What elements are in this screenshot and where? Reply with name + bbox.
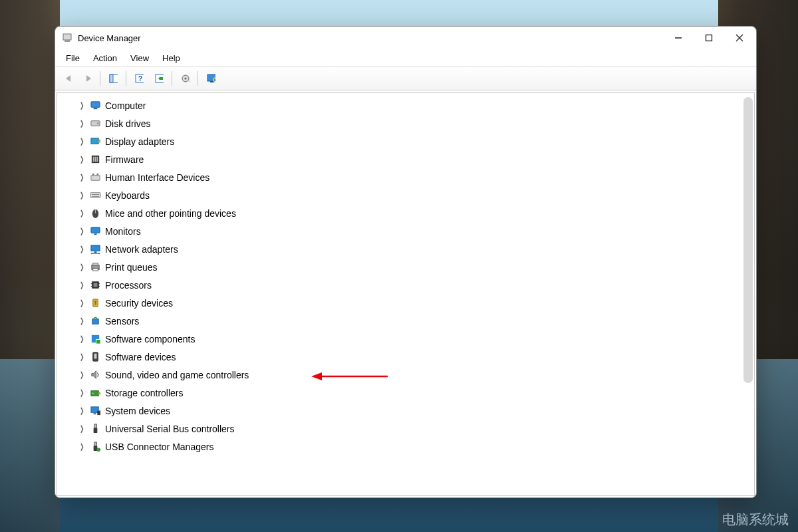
chevron-right-icon[interactable]: ❯ [78, 370, 85, 379]
svg-rect-36 [90, 227, 99, 233]
tree-item-storage[interactable]: ❯Storage controllers [57, 384, 754, 402]
chevron-right-icon[interactable]: ❯ [78, 299, 85, 307]
tree-item-system[interactable]: ❯System devices [57, 402, 754, 420]
tree-item-label: Display adapters [105, 136, 174, 147]
svg-rect-23 [98, 140, 100, 143]
tree-item-usb[interactable]: ❯Universal Serial Bus controllers [57, 420, 754, 438]
svg-rect-28 [90, 176, 99, 181]
menu-action[interactable]: Action [86, 51, 124, 65]
chevron-right-icon[interactable]: ❯ [78, 388, 85, 397]
printer-icon [89, 261, 101, 273]
update-driver-button[interactable] [176, 70, 194, 87]
processor-icon [89, 279, 101, 291]
chevron-right-icon[interactable]: ❯ [78, 119, 85, 128]
close-button[interactable] [724, 27, 755, 49]
app-icon [62, 33, 72, 43]
maximize-button[interactable] [694, 27, 724, 49]
tree-item-disk[interactable]: ❯Disk drives [57, 114, 754, 132]
svg-rect-31 [90, 193, 100, 198]
tree-item-monitor[interactable]: ❯Monitors [57, 222, 754, 240]
chevron-right-icon[interactable]: ❯ [78, 137, 85, 146]
tree-item-hid[interactable]: ❯Human Interface Devices [57, 168, 754, 186]
tree-item-printer[interactable]: ❯Print queues [57, 258, 754, 276]
vertical-scrollbar[interactable] [743, 97, 753, 383]
tree-item-display-adapter[interactable]: ❯Display adapters [57, 132, 754, 150]
device-manager-window: Device Manager File Action View Help [55, 26, 757, 498]
tree-item-sensor[interactable]: ❯Sensors [57, 312, 754, 330]
svg-rect-38 [90, 245, 99, 251]
tree-item-software-component[interactable]: ❯Software components [57, 330, 754, 348]
tree-item-network[interactable]: ❯Network adapters [57, 240, 754, 258]
menu-file[interactable]: File [59, 51, 86, 65]
back-button[interactable] [58, 70, 76, 87]
tree-item-keyboard[interactable]: ❯Keyboards [57, 186, 754, 204]
svg-rect-56 [96, 339, 100, 344]
menu-view[interactable]: View [124, 51, 156, 65]
tree-item-mouse[interactable]: ❯Mice and other pointing devices [57, 204, 754, 222]
show-hidden-button[interactable] [104, 70, 122, 87]
display-adapter-icon [89, 136, 101, 148]
svg-rect-27 [96, 157, 98, 162]
keyboard-icon [89, 190, 101, 201]
action-button[interactable] [150, 70, 168, 87]
tree-item-software-device[interactable]: ❯Software devices [57, 348, 754, 366]
sound-icon [89, 369, 101, 381]
svg-rect-44 [92, 268, 98, 271]
tree-item-label: Monitors [105, 226, 141, 237]
svg-rect-0 [63, 34, 71, 40]
svg-rect-19 [93, 108, 97, 109]
tree-item-firmware[interactable]: ❯Firmware [57, 150, 754, 168]
tree-item-label: Processors [105, 280, 152, 291]
arrow-right-icon [82, 73, 92, 84]
software-device-icon [89, 351, 101, 363]
chevron-right-icon[interactable]: ❯ [78, 442, 85, 451]
tree-item-label: Print queues [105, 262, 158, 273]
chevron-right-icon[interactable]: ❯ [78, 352, 85, 361]
chevron-right-icon[interactable]: ❯ [78, 263, 85, 271]
chevron-right-icon[interactable]: ❯ [78, 209, 85, 217]
device-tree[interactable]: ❯Computer❯Disk drives❯Display adapters❯F… [57, 93, 754, 495]
tree-item-label: Sound, video and game controllers [105, 370, 249, 380]
tree-item-computer[interactable]: ❯Computer [57, 96, 754, 114]
svg-rect-66 [93, 428, 97, 434]
monitor-icon [89, 225, 101, 237]
usb-connector-icon [89, 441, 101, 453]
minimize-button[interactable] [663, 27, 694, 49]
tree-item-label: Security devices [105, 298, 173, 309]
svg-rect-43 [92, 263, 98, 265]
chevron-right-icon[interactable]: ❯ [78, 245, 85, 253]
tree-item-label: Universal Serial Bus controllers [105, 424, 235, 434]
software-component-icon [89, 333, 101, 345]
menu-help[interactable]: Help [156, 51, 187, 65]
content-area: ❯Computer❯Disk drives❯Display adapters❯F… [55, 90, 756, 497]
svg-text:?: ? [138, 75, 142, 82]
chevron-right-icon[interactable]: ❯ [78, 227, 85, 235]
tree-item-sound[interactable]: ❯Sound, video and game controllers [57, 366, 754, 384]
sensor-icon [89, 315, 101, 327]
svg-point-61 [92, 393, 93, 394]
svg-point-69 [96, 448, 100, 452]
help-panel-icon: ? [134, 73, 144, 84]
chevron-right-icon[interactable]: ❯ [78, 155, 85, 164]
chevron-right-icon[interactable]: ❯ [78, 334, 85, 343]
svg-rect-11 [160, 77, 163, 80]
chevron-right-icon[interactable]: ❯ [78, 101, 85, 110]
toolbar-separator [126, 71, 126, 86]
chevron-right-icon[interactable]: ❯ [78, 424, 85, 433]
chevron-right-icon[interactable]: ❯ [78, 317, 85, 325]
svg-rect-60 [98, 392, 100, 395]
scan-hardware-button[interactable] [201, 70, 220, 87]
forward-button[interactable] [78, 70, 96, 87]
titlebar[interactable]: Device Manager [55, 27, 756, 49]
chevron-right-icon[interactable]: ❯ [78, 281, 85, 289]
monitor-search-icon [206, 73, 215, 84]
chevron-right-icon[interactable]: ❯ [78, 406, 85, 415]
tree-item-label: Software components [105, 334, 195, 344]
tree-item-usb-connector[interactable]: ❯USB Connector Managers [57, 438, 754, 456]
tree-item-security[interactable]: ❯Security devices [57, 294, 754, 312]
tree-item-processor[interactable]: ❯Processors [57, 276, 754, 294]
chevron-right-icon[interactable]: ❯ [78, 173, 85, 182]
help-button[interactable]: ? [130, 70, 148, 87]
firmware-icon [89, 154, 101, 166]
chevron-right-icon[interactable]: ❯ [78, 191, 85, 200]
